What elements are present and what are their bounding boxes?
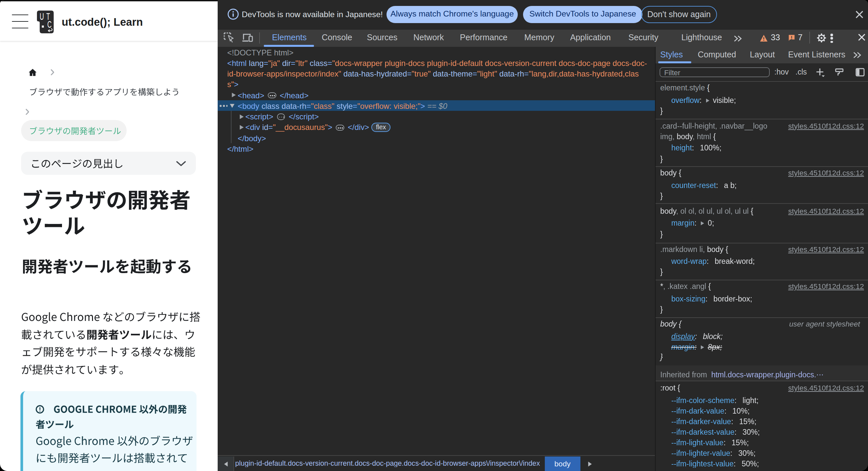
svg-text:C: C [48, 19, 52, 30]
svg-text:U: U [40, 11, 44, 22]
